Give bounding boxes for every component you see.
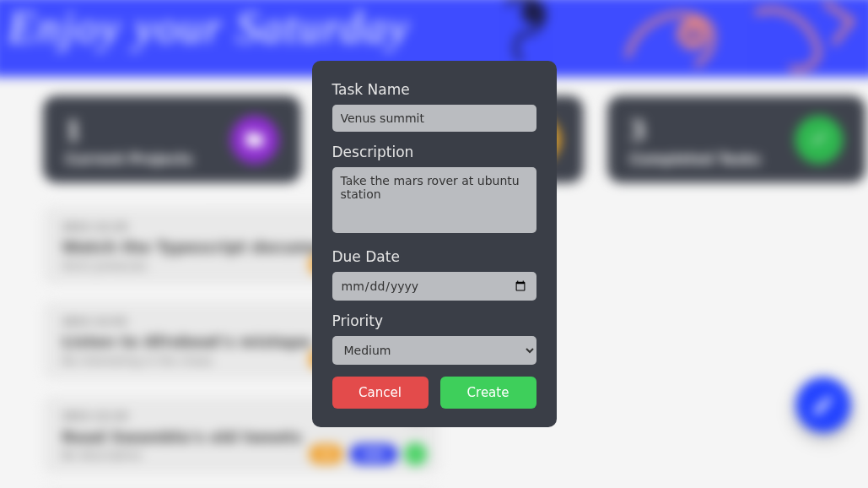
priority-label: Priority	[332, 312, 536, 329]
due-date-label: Due Date	[332, 248, 536, 265]
new-task-modal: Task Name Description Take the mars rove…	[312, 61, 557, 427]
task-name-input[interactable]	[332, 105, 536, 132]
task-name-label: Task Name	[332, 81, 536, 98]
description-label: Description	[332, 144, 536, 160]
modal-backdrop[interactable]: Task Name Description Take the mars rove…	[0, 0, 868, 488]
create-button[interactable]: Create	[440, 377, 536, 409]
description-input[interactable]: Take the mars rover at ubuntu station	[332, 167, 536, 233]
priority-select[interactable]: Low Medium High	[332, 336, 536, 365]
cancel-button[interactable]: Cancel	[332, 377, 429, 409]
due-date-input[interactable]	[332, 272, 536, 301]
